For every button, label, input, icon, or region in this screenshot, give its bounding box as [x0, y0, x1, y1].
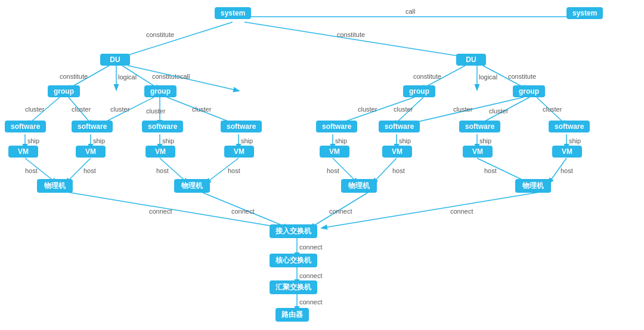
edge-label-host-3: host [156, 167, 169, 174]
node-sw4: software [221, 121, 262, 132]
edge-label-call-top: call [405, 8, 416, 15]
node-sw3: software [142, 121, 183, 132]
node-vm1: VM [8, 146, 38, 158]
edge-label-host-8: host [561, 167, 573, 174]
node-system2: system [566, 7, 603, 19]
node-sw6: software [379, 121, 420, 132]
edge-label-cluster-7: cluster [394, 106, 413, 113]
edge-label-ship-5: ship [335, 137, 347, 144]
edge-label-cluster-4: cluster [146, 107, 166, 115]
node-vm6: VM [382, 146, 412, 158]
edge-label-ship-3: ship [162, 137, 174, 144]
node-group3: group [403, 85, 435, 97]
edge-label-connect-7: connect [299, 298, 323, 306]
diagram-svg: call constitute constitute constitute lo… [0, 0, 644, 330]
node-switch2: 核心交换机 [270, 254, 317, 267]
edge-label-cluster-10: cluster [543, 106, 562, 113]
edge-label-host-1: host [25, 167, 38, 174]
node-group4: group [513, 85, 545, 97]
node-switch1: 接入交换机 [270, 224, 317, 238]
node-phy1: 物理机 [37, 179, 73, 193]
edge-label-ship-2: ship [93, 137, 105, 144]
edge-label-ship-1: ship [27, 137, 39, 144]
svg-line-31 [206, 158, 239, 183]
edge-label-constitute-1: constitute [146, 31, 174, 38]
edge-label-cluster-1: cluster [25, 106, 45, 113]
node-vm3: VM [145, 146, 175, 158]
edge-label-cluster-8: cluster [453, 106, 473, 113]
edge-label-call-2: call [180, 73, 190, 80]
diagram-container: call constitute constitute constitute lo… [0, 0, 644, 330]
node-system1: system [215, 7, 251, 19]
edge-label-constitute-2: constitute [337, 31, 365, 38]
svg-line-38 [310, 192, 369, 228]
edge-label-constitute-4: constitute [152, 73, 180, 80]
node-router: 路由器 [275, 308, 309, 322]
node-vm7: VM [463, 146, 493, 158]
node-du2: DU [456, 54, 486, 66]
node-group1: group [48, 85, 80, 97]
edge-label-host-6: host [392, 167, 405, 174]
edge-label-cluster-5: cluster [192, 106, 212, 113]
edge-label-cluster-9: cluster [489, 107, 509, 115]
node-switch3: 汇聚交换机 [270, 280, 317, 294]
node-vm2: VM [76, 146, 106, 158]
svg-line-39 [322, 192, 540, 228]
edge-label-connect-1: connect [149, 208, 172, 215]
edge-label-ship-7: ship [479, 137, 491, 144]
edge-label-connect-5: connect [299, 243, 323, 251]
edge-label-cluster-2: cluster [72, 106, 91, 113]
node-phy2: 物理机 [174, 179, 210, 193]
svg-line-35 [549, 158, 566, 183]
edge-label-host-7: host [484, 167, 497, 174]
node-sw2: software [72, 121, 113, 132]
edge-label-ship-6: ship [399, 137, 411, 144]
edge-label-logical-2: logical [479, 73, 497, 81]
edge-label-connect-2: connect [231, 208, 255, 215]
edge-label-host-4: host [228, 167, 240, 174]
svg-line-37 [202, 192, 289, 228]
edge-label-host-5: host [327, 167, 339, 174]
edge-label-cluster-6: cluster [358, 106, 377, 113]
node-sw5: software [316, 121, 357, 132]
edge-label-constitute-5: constitute [413, 73, 441, 80]
edge-label-constitute-6: constitute [508, 73, 536, 80]
node-phy3: 物理机 [341, 179, 377, 193]
edge-label-host-2: host [83, 167, 96, 174]
edge-label-connect-6: connect [299, 272, 323, 279]
node-sw1: software [5, 121, 46, 132]
node-du1: DU [100, 54, 130, 66]
edge-label-ship-4: ship [241, 137, 253, 144]
edge-label-connect-3: connect [329, 208, 352, 215]
node-vm4: VM [224, 146, 254, 158]
edge-label-cluster-3: cluster [110, 106, 130, 113]
node-vm5: VM [320, 146, 349, 158]
edge-label-constitute-3: constitute [60, 73, 88, 80]
svg-line-2 [244, 22, 471, 58]
svg-line-36 [67, 192, 284, 228]
node-vm8: VM [552, 146, 582, 158]
node-phy4: 物理机 [515, 179, 551, 193]
svg-line-1 [119, 22, 233, 58]
node-sw7: software [459, 121, 500, 132]
node-group2: group [144, 85, 177, 97]
edge-label-connect-4: connect [450, 208, 473, 215]
edge-label-ship-8: ship [569, 137, 581, 144]
node-sw8: software [549, 121, 590, 132]
edge-label-logical-1: logical [118, 73, 137, 81]
